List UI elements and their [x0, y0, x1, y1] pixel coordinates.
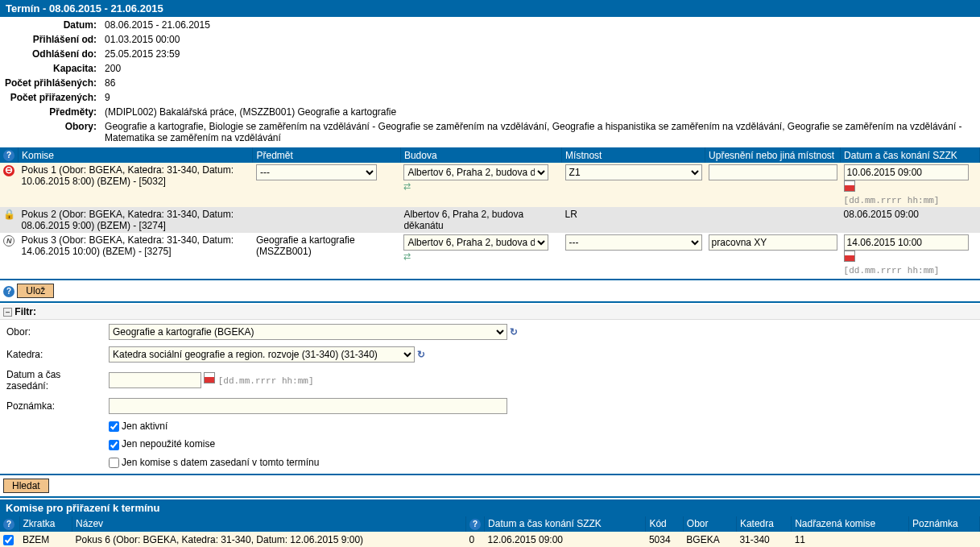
col-komise: Komise: [19, 147, 253, 163]
col-nadrazena: Nadřazená komise: [792, 516, 909, 532]
detail-value: Geografie a kartografie, Biologie se zam…: [101, 120, 978, 144]
detail-value: 25.05.2015 23:59: [101, 48, 978, 60]
lock-icon: 🔒: [3, 209, 14, 220]
col-mistnost: Místnost: [562, 147, 705, 163]
datum-input[interactable]: [109, 372, 201, 388]
assign-kod: 5034: [646, 532, 683, 547]
commission-name: Pokus 3 (Obor: BGEKA, Katedra: 31-340, D…: [19, 233, 253, 277]
detail-label: Datum:: [2, 19, 100, 31]
assign-count: 0: [466, 532, 485, 547]
collapse-icon[interactable]: –: [3, 308, 12, 317]
new-icon[interactable]: N: [3, 235, 14, 247]
divider: [0, 279, 980, 280]
commission-row: 🔒 Pokus 2 (Obor: BGEKA, Katedra: 31-340,…: [0, 207, 980, 233]
cb-nepouzite[interactable]: Jen nepoužité komise: [109, 438, 215, 450]
datum-hint: [dd.mm.rrrr hh:mm]: [218, 376, 314, 386]
delete-icon[interactable]: ⊖: [3, 165, 14, 176]
date-text: 08.06.2015 09:00: [841, 207, 980, 233]
col-predmet: Předmět: [253, 147, 400, 163]
filter-header: – Filtr:: [0, 305, 980, 320]
detail-value: 200: [101, 62, 978, 75]
assign-checkbox[interactable]: [3, 535, 14, 545]
assign-row: BZEM Pokus 6 (Obor: BGEKA, Katedra: 31-3…: [0, 532, 980, 547]
col-zkratka: Zkratka: [19, 516, 72, 532]
cb-termin-input[interactable]: [109, 458, 119, 468]
divider: [0, 496, 980, 498]
col-kod: Kód: [646, 516, 683, 532]
misc-input[interactable]: [709, 234, 837, 251]
assign-obor: BGEKA: [683, 532, 736, 547]
detail-label: Obory:: [2, 120, 100, 144]
building-select[interactable]: Albertov 6, Praha 2, budova děkanátu: [403, 164, 548, 180]
subject-text: Geografie a kartografie (MSZZB001): [253, 233, 400, 277]
building-select[interactable]: Albertov 6, Praha 2, budova děkanátu: [403, 234, 548, 251]
col-katedra: Katedra: [736, 516, 791, 532]
divider: [0, 301, 980, 303]
detail-label: Počet přiřazených:: [2, 91, 100, 104]
datum-label: Datum a čas zasedání:: [2, 367, 102, 394]
cb-nepouzite-input[interactable]: [109, 440, 119, 450]
detail-label: Kapacita:: [2, 62, 100, 75]
detail-value: 9: [101, 91, 978, 104]
assign-datum: 12.06.2015 09:00: [485, 532, 646, 547]
col-poznamka: Poznámka: [909, 516, 980, 532]
room-select[interactable]: ---: [565, 234, 702, 251]
assign-zkratka: BZEM: [19, 532, 72, 547]
calendar-icon[interactable]: [844, 251, 855, 262]
poznamka-label: Poznámka:: [2, 396, 102, 416]
cb-aktivni[interactable]: Jen aktivní: [109, 421, 167, 432]
filter-title: Filtr:: [14, 306, 36, 317]
col-obor: Obor: [683, 516, 736, 532]
save-button[interactable]: Ulož: [17, 284, 54, 298]
subject-select[interactable]: ---: [256, 164, 377, 180]
cb-nepouzite-label: Jen nepoužité komise: [122, 438, 215, 450]
commission-row: N Pokus 3 (Obor: BGEKA, Katedra: 31-340,…: [0, 233, 980, 277]
cb-termin-label: Jen komise s datem zasedaní v tomto term…: [122, 457, 319, 468]
katedra-select[interactable]: Katedra sociální geografie a region. roz…: [109, 346, 415, 363]
assign-nadrazena: 11: [792, 532, 909, 547]
assign-nazev: Pokus 6 (Obor: BGEKA, Katedra: 31-340, D…: [72, 532, 466, 547]
help-icon[interactable]: ?: [3, 519, 14, 530]
commission-row: ⊖ Pokus 1 (Obor: BGEKA, Katedra: 31-340,…: [0, 163, 980, 207]
assign-header: Komise pro přiřazení k termínu: [0, 499, 980, 516]
room-select[interactable]: Z1: [565, 164, 702, 180]
detail-value: 86: [101, 77, 978, 89]
col-budova: Budova: [400, 147, 561, 163]
term-header: Termín - 08.06.2015 - 21.06.2015: [0, 0, 980, 17]
detail-label: Předměty:: [2, 106, 100, 118]
building-text: Albertov 6, Praha 2, budova děkanátu: [400, 207, 561, 233]
calendar-icon[interactable]: [844, 180, 855, 192]
commission-name: Pokus 2 (Obor: BGEKA, Katedra: 31-340, D…: [19, 207, 253, 233]
subject-text: [253, 207, 400, 233]
detail-label: Přihlášení od:: [2, 33, 100, 46]
commissions-table: ? Komise Předmět Budova Místnost Upřesně…: [0, 147, 980, 277]
col-datum: Datum a čas konání SZZK: [841, 147, 980, 163]
misc-input[interactable]: [709, 164, 837, 180]
date-input[interactable]: [844, 234, 969, 251]
katedra-label: Katedra:: [2, 344, 102, 365]
help-icon[interactable]: ?: [3, 150, 14, 161]
help-icon[interactable]: ?: [3, 286, 14, 297]
col-upresneni: Upřesnění nebo jiná místnost: [705, 147, 841, 163]
refresh-icon[interactable]: ↻: [510, 326, 518, 338]
cb-aktivni-input[interactable]: [109, 421, 119, 432]
swap-icon[interactable]: ⇄: [403, 251, 411, 261]
misc-text: [705, 207, 841, 233]
obor-select[interactable]: Geografie a kartografie (BGEKA): [109, 324, 507, 340]
cb-aktivni-label: Jen aktivní: [122, 421, 167, 432]
detail-value: 01.03.2015 00:00: [101, 33, 978, 46]
search-button[interactable]: Hledat: [3, 479, 49, 493]
date-hint: [dd.mm.rrrr hh:mm]: [844, 266, 940, 276]
details-table: Datum:08.06.2015 - 21.06.2015Přihlášení …: [0, 17, 980, 146]
detail-label: Počet přihlášených:: [2, 77, 100, 89]
help-icon[interactable]: ?: [469, 519, 481, 530]
calendar-icon[interactable]: [204, 372, 215, 383]
poznamka-input[interactable]: [109, 398, 507, 414]
date-input[interactable]: [844, 164, 969, 180]
assign-table: ? Zkratka Název ? Datum a čas konání SZZ…: [0, 516, 980, 547]
col-datum: Datum a čas konání SZZK: [485, 516, 646, 532]
refresh-icon[interactable]: ↻: [417, 349, 425, 360]
commission-name: Pokus 1 (Obor: BGEKA, Katedra: 31-340, D…: [19, 163, 253, 207]
cb-termin[interactable]: Jen komise s datem zasedaní v tomto term…: [109, 457, 319, 468]
swap-icon[interactable]: ⇄: [403, 181, 411, 191]
